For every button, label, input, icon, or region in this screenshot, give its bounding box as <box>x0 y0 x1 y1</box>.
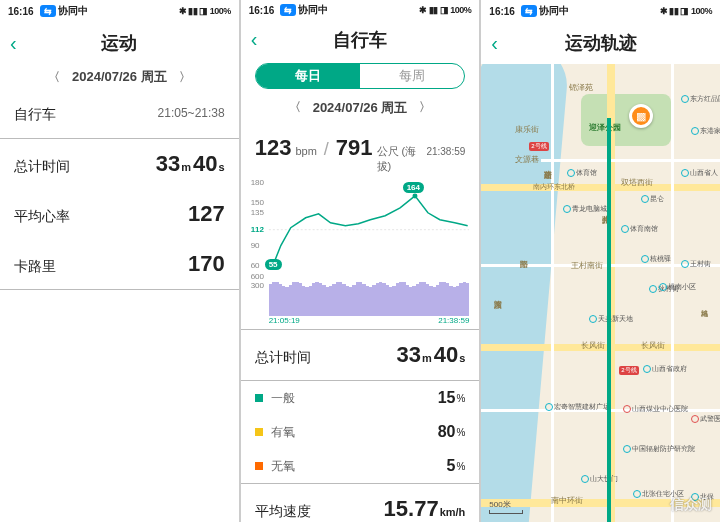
header: ‹ 自行车 <box>241 20 480 59</box>
sync-badge: ⇆ <box>280 4 296 16</box>
status-bar: 16:16 ⇆ 协同中 ✱ ▮▮ ◨ 100% <box>0 0 239 22</box>
next-day-icon[interactable]: 〉 <box>419 99 431 116</box>
gps-track <box>607 118 611 522</box>
zone-aerobic: 有氧 80% <box>241 415 480 449</box>
metrics-row: 123bpm / 791公尺 (海拔) 21:38:59 <box>241 127 480 176</box>
sync-badge: ⇆ <box>40 5 56 17</box>
altitude-chart[interactable]: 600 300 21:05:19 21:38:59 <box>251 272 470 325</box>
activity-time-range: 21:05~21:38 <box>158 106 225 124</box>
back-icon[interactable]: ‹ <box>251 28 275 51</box>
screen-exercise-summary: 16:16 ⇆ 协同中 ✱ ▮▮ ◨ 100% ‹ 运动 〈 2024/07/2… <box>0 0 239 522</box>
status-bar: 16:16 ⇆ 协同中 ✱ ▮▮ ◨ 100% <box>481 0 720 22</box>
metro-badge: 2号线 <box>529 142 548 151</box>
page-title: 自行车 <box>275 28 446 52</box>
next-day-icon[interactable]: 〉 <box>179 69 191 86</box>
hr-chart[interactable]: 180 150 135 112 90 60 164 55 <box>251 178 470 268</box>
hr-max-callout: 164 <box>403 182 424 193</box>
zone-anaerobic: 无氧 5% <box>241 449 480 483</box>
period-segment[interactable]: 每日 每周 <box>255 63 466 89</box>
date-label: 2024/07/26 周五 <box>72 68 167 86</box>
status-indicators: ✱ ▮▮ ◨ 100% <box>179 6 231 16</box>
status-bar: 16:16 ⇆ 协同中 ✱ ▮▮ ◨ 100% <box>241 0 480 20</box>
date-selector[interactable]: 〈 2024/07/26 周五 〉 <box>0 64 239 96</box>
screen-cycling-detail: 16:16 ⇆ 协同中 ✱ ▮▮ ◨ 100% ‹ 自行车 每日 每周 〈 20… <box>241 0 480 522</box>
page-title: 运动 <box>34 31 205 55</box>
stat-total-time: 总计时间 33m 40s <box>241 330 480 380</box>
screen-track-map: 16:16 ⇆ 协同中 ✱ ▮▮ ◨ 100% ‹ 运动轨迹 迎泽公园 锦泽苑 … <box>481 0 720 522</box>
svg-point-1 <box>412 193 417 198</box>
sync-label: 协同中 <box>58 4 88 18</box>
prev-day-icon[interactable]: 〈 <box>48 69 60 86</box>
metro-badge: 2号线 <box>619 366 638 375</box>
park-label: 迎泽公园 <box>589 122 621 133</box>
sync-badge: ⇆ <box>521 5 537 17</box>
zone-normal: 一般 15% <box>241 381 480 415</box>
page-title: 运动轨迹 <box>515 31 686 55</box>
hr-min-callout: 55 <box>265 259 282 270</box>
map-canvas[interactable]: 迎泽公园 锦泽苑 康乐街 新建南路 文源巷 平阳路 滨河东路 南内环东北桥 双塔… <box>481 64 720 522</box>
stat-avg-hr: 平均心率 127 <box>0 189 239 239</box>
date-selector[interactable]: 〈 2024/07/26 周五 〉 <box>241 95 480 127</box>
map-scale: 500米 <box>489 499 523 514</box>
back-icon[interactable]: ‹ <box>491 32 515 55</box>
stat-avg-speed: 平均速度 15.77km/h <box>241 484 480 522</box>
activity-name: 自行车 <box>14 106 158 124</box>
seg-daily[interactable]: 每日 <box>256 64 360 88</box>
header: ‹ 运动轨迹 <box>481 22 720 64</box>
prev-day-icon[interactable]: 〈 <box>289 99 301 116</box>
stat-calories: 卡路里 170 <box>0 239 239 289</box>
back-icon[interactable]: ‹ <box>10 32 34 55</box>
stat-total-time: 总计时间 33m 40s <box>0 139 239 189</box>
activity-row[interactable]: 自行车 21:05~21:38 <box>0 96 239 138</box>
seg-weekly[interactable]: 每周 <box>360 64 464 88</box>
status-time: 16:16 <box>8 6 34 17</box>
header: ‹ 运动 <box>0 22 239 64</box>
